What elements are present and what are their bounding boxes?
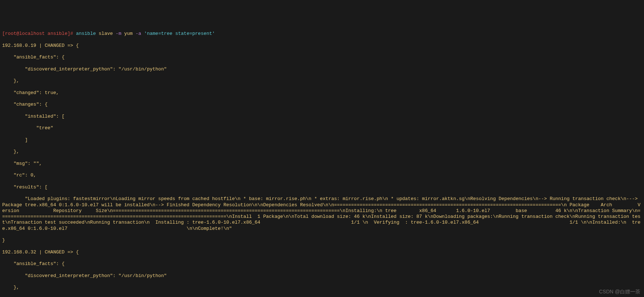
host1-close: }: [2, 237, 642, 243]
host2-facts-close: },: [2, 285, 642, 290]
host1-interp: "discovered_interpreter_python": "/usr/b…: [2, 66, 642, 72]
prompt-hash: #: [70, 31, 76, 36]
host2-facts-open: "ansible_facts": {: [2, 261, 642, 267]
host1-installed-close: ]: [2, 137, 642, 143]
prompt-dir: ansible: [48, 31, 68, 36]
host1-msg: "msg": "",: [2, 161, 642, 167]
flag-a: -a: [136, 31, 144, 36]
host1-header: 192.168.0.19 | CHANGED => {: [2, 43, 642, 49]
host1-changes-close: },: [2, 149, 642, 155]
host2-header: 192.168.0.32 | CHANGED => {: [2, 249, 642, 255]
terminal-output: [root@localhost ansible]# ansible slave …: [2, 25, 642, 297]
host1-changes-open: "changes": {: [2, 102, 642, 107]
cmd-module: yum: [124, 31, 136, 36]
prompt-bracket-open: [: [2, 31, 5, 36]
host1-installed-open: "installed": [: [2, 114, 642, 119]
host2-interp: "discovered_interpreter_python": "/usr/b…: [2, 273, 642, 279]
host1-tree: "tree": [2, 125, 642, 131]
cmd-ansible: ansible: [76, 31, 99, 36]
host1-facts-close: },: [2, 78, 642, 84]
host1-results-open: "results": [: [2, 184, 642, 190]
prompt-line-1[interactable]: [root@localhost ansible]# ansible slave …: [2, 31, 642, 37]
cmd-args: 'name=tree state=present': [144, 31, 215, 36]
host1-results-body: "Loaded plugins: fastestmirror\nLoading …: [2, 196, 642, 232]
watermark: CSDN @白嫖一茶: [599, 289, 640, 295]
host1-facts-open: "ansible_facts": {: [2, 54, 642, 60]
host1-rc: "rc": 0,: [2, 172, 642, 178]
cmd-target: slave: [99, 31, 116, 36]
prompt-userhost: root@localhost: [5, 31, 48, 36]
flag-m: -m: [116, 31, 124, 36]
host1-changed: "changed": true,: [2, 90, 642, 96]
